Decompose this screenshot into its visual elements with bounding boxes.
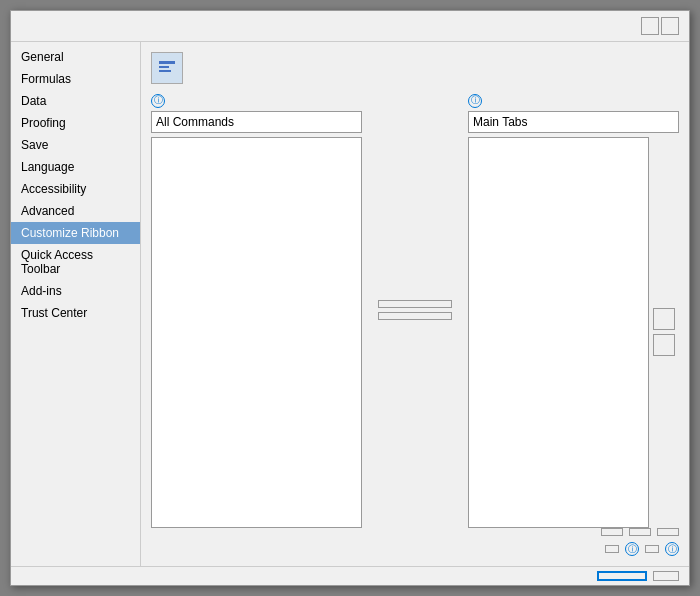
sidebar-item-proofing[interactable]: Proofing xyxy=(11,112,140,134)
move-down-button[interactable] xyxy=(653,334,675,356)
section-icon xyxy=(151,52,183,84)
dialog-body: GeneralFormulasDataProofingSaveLanguageA… xyxy=(11,42,689,566)
sidebar-item-trust-center[interactable]: Trust Center xyxy=(11,302,140,324)
reset-info-icon[interactable]: ⓘ xyxy=(625,542,639,556)
new-tab-button[interactable] xyxy=(601,528,623,536)
sidebar: GeneralFormulasDataProofingSaveLanguageA… xyxy=(11,42,141,566)
close-button[interactable] xyxy=(661,17,679,35)
commands-list[interactable] xyxy=(151,137,362,529)
commands-dropdown[interactable]: All Commands xyxy=(151,111,362,133)
cancel-button[interactable] xyxy=(653,571,679,581)
ok-cancel-row xyxy=(11,566,689,585)
move-up-button[interactable] xyxy=(653,308,675,330)
sidebar-item-add-ins[interactable]: Add-ins xyxy=(11,280,140,302)
main-content: ⓘ All Commands xyxy=(141,42,689,566)
sidebar-item-save[interactable]: Save xyxy=(11,134,140,156)
move-buttons xyxy=(649,137,679,529)
sidebar-item-formulas[interactable]: Formulas xyxy=(11,68,140,90)
sidebar-item-customize-ribbon[interactable]: Customize Ribbon xyxy=(11,222,140,244)
left-panel-label: ⓘ xyxy=(151,92,362,108)
title-bar xyxy=(11,11,689,42)
excel-options-dialog: GeneralFormulasDataProofingSaveLanguageA… xyxy=(10,10,690,586)
ribbon-dropdown[interactable]: Main Tabs xyxy=(468,111,679,133)
new-group-button[interactable] xyxy=(629,528,651,536)
right-dropdown-row: Main Tabs xyxy=(468,111,679,133)
sidebar-item-accessibility[interactable]: Accessibility xyxy=(11,178,140,200)
middle-buttons xyxy=(372,92,458,528)
two-panel: ⓘ All Commands xyxy=(151,92,679,528)
sidebar-item-data[interactable]: Data xyxy=(11,90,140,112)
bottom-buttons-row xyxy=(151,528,679,536)
right-panel-label: ⓘ xyxy=(468,92,679,108)
customizations-row: ⓘ ⓘ xyxy=(151,542,679,556)
title-bar-controls xyxy=(641,17,679,35)
sidebar-item-general[interactable]: General xyxy=(11,46,140,68)
right-tree-row xyxy=(468,137,679,529)
svg-rect-2 xyxy=(159,70,171,72)
section-header-row xyxy=(151,52,679,84)
right-panel: ⓘ Main Tabs xyxy=(468,92,679,528)
left-panel: ⓘ All Commands xyxy=(151,92,362,528)
sidebar-item-quick-access-toolbar[interactable]: Quick Access Toolbar xyxy=(11,244,140,280)
ok-button[interactable] xyxy=(597,571,647,581)
rename-button[interactable] xyxy=(657,528,679,536)
help-button[interactable] xyxy=(641,17,659,35)
reset-button[interactable] xyxy=(605,545,619,553)
svg-rect-1 xyxy=(159,66,169,68)
import-export-button[interactable] xyxy=(645,545,659,553)
ribbon-tree[interactable] xyxy=(468,137,649,529)
left-dropdown-row: All Commands xyxy=(151,111,362,133)
remove-button[interactable] xyxy=(378,312,452,320)
svg-rect-0 xyxy=(159,61,175,64)
sidebar-item-language[interactable]: Language xyxy=(11,156,140,178)
right-info-icon[interactable]: ⓘ xyxy=(468,94,482,108)
sidebar-item-advanced[interactable]: Advanced xyxy=(11,200,140,222)
import-export-info-icon[interactable]: ⓘ xyxy=(665,542,679,556)
left-info-icon[interactable]: ⓘ xyxy=(151,94,165,108)
add-button[interactable] xyxy=(378,300,452,308)
